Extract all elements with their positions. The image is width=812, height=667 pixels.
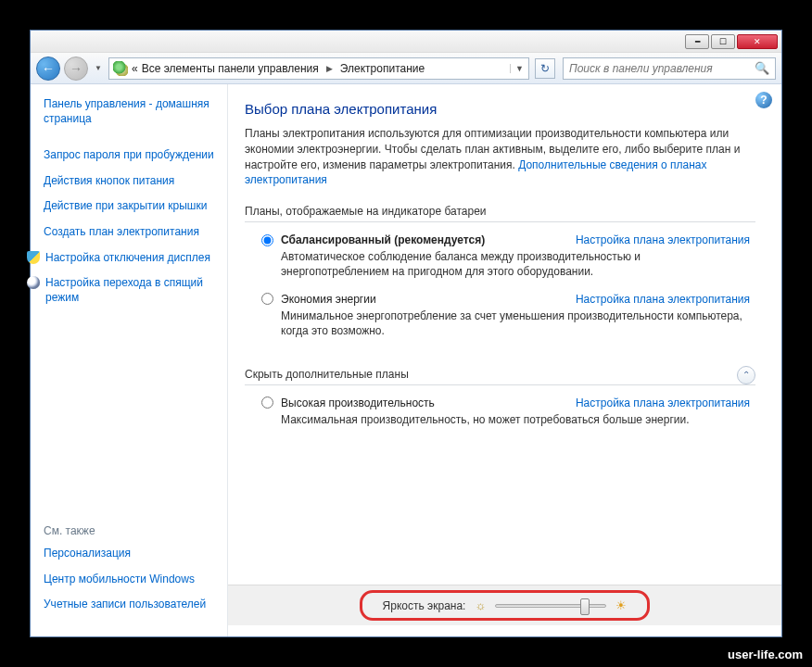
breadcrumb-prefix: «: [132, 62, 138, 75]
breadcrumb-item[interactable]: Все элементы панели управления: [142, 62, 319, 75]
plan-balanced: Сбалансированный (рекомендуется) Настрой…: [245, 233, 755, 292]
sidebar-link-label: Настройка перехода в спящий режим: [45, 276, 220, 305]
sidebar-link[interactable]: Создать план электропитания: [44, 225, 220, 240]
help-icon[interactable]: ?: [755, 92, 772, 108]
plan-name: Сбалансированный (рекомендуется): [281, 233, 485, 246]
collapse-button[interactable]: ⌃: [737, 366, 755, 384]
forward-button[interactable]: →: [64, 57, 88, 81]
slider-thumb[interactable]: [580, 598, 590, 615]
navigation-bar: ← → ▼ « Все элементы панели управления ▶…: [31, 53, 781, 84]
sidebar: Панель управления - домашняя страница За…: [31, 84, 227, 636]
search-icon[interactable]: 🔍: [755, 61, 769, 75]
main-panel: ? Выбор плана электропитания Планы элект…: [227, 84, 781, 636]
see-also-link[interactable]: Учетные записи пользователей: [44, 598, 220, 612]
arrow-left-icon: ←: [42, 61, 55, 76]
plan-name: Экономия энергии: [281, 293, 376, 306]
configure-plan-link[interactable]: Настройка плана электропитания: [576, 396, 750, 409]
brightness-control-highlight: Яркость экрана: ☼ ☀: [360, 590, 651, 621]
refresh-icon: ↻: [540, 62, 550, 75]
sleep-mode-link[interactable]: Настройка перехода в спящий режим: [27, 276, 220, 305]
configure-plan-link[interactable]: Настройка плана электропитания: [576, 293, 750, 306]
see-also-link[interactable]: Центр мобильности Windows: [44, 573, 220, 587]
sidebar-link-label: Настройка отключения дисплея: [45, 251, 210, 266]
group-label: Планы, отображаемые на индикаторе батаре…: [245, 205, 755, 218]
address-bar[interactable]: « Все элементы панели управления ▶ Элект…: [108, 57, 529, 80]
history-dropdown[interactable]: ▼: [92, 58, 105, 79]
address-dropdown[interactable]: ▼: [510, 64, 525, 73]
see-also-link[interactable]: Персонализация: [44, 547, 220, 561]
plan-high-performance: Высокая производительность Настройка пла…: [245, 396, 755, 440]
search-input[interactable]: [569, 62, 755, 75]
refresh-button[interactable]: ↻: [535, 58, 555, 79]
close-button[interactable]: ✕: [737, 34, 778, 49]
arrow-right-icon: →: [70, 61, 82, 76]
sidebar-link[interactable]: Действие при закрытии крышки: [44, 199, 220, 214]
sidebar-link[interactable]: Действия кнопок питания: [44, 174, 220, 189]
watermark: user-life.com: [728, 648, 803, 661]
sun-dim-icon: ☼: [475, 598, 486, 612]
minimize-button[interactable]: ━: [685, 34, 709, 49]
see-also-heading: См. также: [44, 524, 220, 537]
search-box[interactable]: 🔍: [563, 57, 776, 80]
sun-bright-icon: ☀: [615, 598, 627, 612]
titlebar: ━ ☐ ✕: [31, 31, 781, 53]
plan-description: Автоматическое соблюдение баланса между …: [281, 249, 750, 279]
control-panel-home-link[interactable]: Панель управления - домашняя страница: [44, 97, 220, 126]
plan-radio-balanced[interactable]: [261, 234, 273, 246]
page-description: Планы электропитания используются для оп…: [245, 126, 755, 188]
breadcrumb-item[interactable]: Электропитание: [340, 62, 425, 75]
chevron-up-icon: ⌃: [742, 370, 750, 380]
page-title: Выбор плана электропитания: [245, 101, 755, 117]
display-off-link[interactable]: Настройка отключения дисплея: [27, 251, 220, 266]
additional-plans-group: Скрыть дополнительные планы ⌃ Высокая пр…: [245, 368, 755, 440]
plan-name: Высокая производительность: [281, 396, 435, 409]
sidebar-link[interactable]: Запрос пароля при пробуждении: [44, 148, 220, 163]
footer-bar: Яркость экрана: ☼ ☀: [228, 585, 781, 625]
group-label: Скрыть дополнительные планы: [245, 368, 755, 381]
shield-icon: [27, 251, 40, 264]
control-panel-icon: [113, 61, 128, 76]
plan-description: Минимальное энергопотребление за счет ум…: [281, 308, 750, 338]
plan-radio-high[interactable]: [261, 396, 273, 409]
plan-description: Максимальная производительность, но може…: [281, 412, 750, 427]
brightness-slider[interactable]: [495, 604, 606, 608]
window-frame: ━ ☐ ✕ ← → ▼ « Все элементы панели управл…: [30, 30, 782, 637]
configure-plan-link[interactable]: Настройка плана электропитания: [576, 233, 750, 246]
plan-saver: Экономия энергии Настройка плана электро…: [245, 293, 755, 351]
content-area: Панель управления - домашняя страница За…: [31, 84, 781, 636]
plan-radio-saver[interactable]: [261, 293, 273, 305]
battery-plans-group: Планы, отображаемые на индикаторе батаре…: [245, 205, 755, 351]
moon-icon: [27, 276, 40, 289]
maximize-button[interactable]: ☐: [711, 34, 735, 49]
back-button[interactable]: ←: [36, 57, 60, 81]
brightness-label: Яркость экрана:: [383, 599, 466, 612]
chevron-right-icon[interactable]: ▶: [323, 64, 336, 73]
